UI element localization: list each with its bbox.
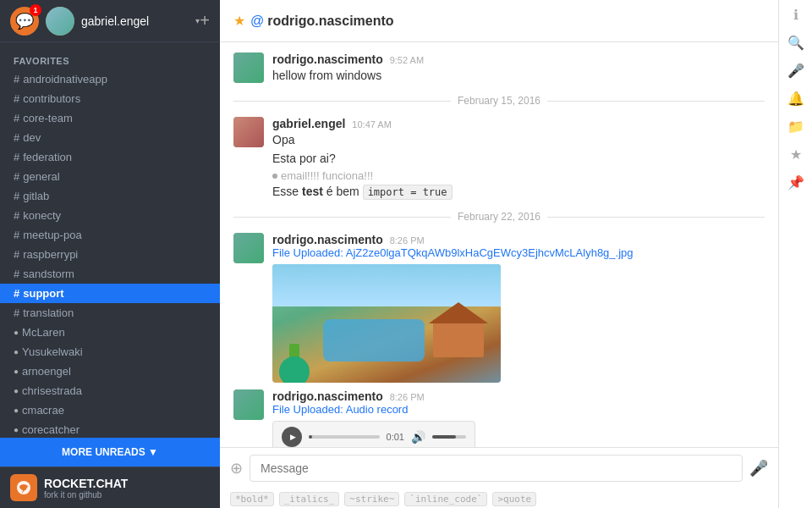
avatar [46, 7, 74, 36]
italic-hint: _italics_ [279, 492, 340, 506]
message-username: gabriel.engel [272, 117, 345, 130]
volume-icon[interactable]: 🔊 [411, 430, 425, 444]
sidebar-item-androidnativeapp[interactable]: #androidnativeapp [0, 69, 220, 89]
message-content: gabriel.engel 10:47 AM Opa Esta por ai? … [272, 117, 765, 201]
add-channel-button[interactable]: + [200, 11, 210, 30]
notification-badge: 1 [30, 4, 41, 16]
mention-icon: @ [250, 14, 264, 29]
message-content: rodrigo.nascimento 8:26 PM File Uploaded… [272, 233, 765, 383]
attach-icon[interactable]: ⊕ [230, 459, 243, 478]
message-input[interactable] [250, 455, 743, 482]
message-content: rodrigo.nascimento 8:26 PM File Uploaded… [272, 389, 765, 447]
table-row: rodrigo.nascimento 8:26 PM File Uploaded… [220, 386, 778, 447]
sidebar-item-cmacrae[interactable]: ●cmacrae [0, 400, 220, 420]
inline-code: import = true [363, 185, 453, 200]
sidebar-item-federation[interactable]: #federation [0, 147, 220, 167]
table-row: rodrigo.nascimento 8:26 PM File Uploaded… [220, 229, 778, 386]
sidebar-item-general[interactable]: #general [0, 167, 220, 186]
app-icon: 💬 1 [10, 7, 39, 36]
message-username: rodrigo.nascimento [272, 389, 383, 403]
sidebar: 💬 1 gabriel.engel ▾ + FAVORITES #android… [0, 0, 220, 508]
sidebar-item-core-team[interactable]: #core-team [0, 108, 220, 128]
mention-text: email!!!! funciona!!! [281, 169, 373, 182]
date-divider: February 22, 2016 [220, 204, 778, 229]
chat-header: ★ @ rodrigo.nascimento [220, 0, 778, 42]
message-username: rodrigo.nascimento [272, 52, 383, 66]
sidebar-item-translation[interactable]: #translation [0, 303, 220, 323]
play-button[interactable] [282, 427, 302, 447]
avatar [233, 389, 264, 420]
sidebar-item-corecatcher[interactable]: ●corecatcher [0, 420, 220, 438]
table-row: rodrigo.nascimento 9:52 AM hellow from w… [220, 49, 778, 88]
favorites-header: FAVORITES [0, 49, 220, 69]
sidebar-item-chrisestrada[interactable]: ●chrisestrada [0, 381, 220, 400]
more-unreads-button[interactable]: MORE UNREADS ▼ [0, 438, 220, 467]
audio-file-link[interactable]: File Uploaded: Audio record [272, 403, 765, 416]
logo-subtext: fork it on github [44, 490, 128, 500]
message-text: Opa [272, 131, 765, 149]
sidebar-item-arnoengel[interactable]: ●arnoengel [0, 362, 220, 381]
sidebar-item-mclaren[interactable]: ●McLaren [0, 323, 220, 342]
progress-fill [309, 435, 312, 439]
folder-icon[interactable]: 📁 [787, 119, 804, 135]
mic-icon[interactable]: 🎤 [749, 459, 768, 478]
sidebar-item-support[interactable]: #support [0, 284, 220, 303]
strike-hint: ~strike~ [344, 492, 399, 506]
rocket-chat-logo-icon [10, 474, 37, 501]
bold-text: test [302, 185, 323, 198]
file-link[interactable]: File Uploaded: AjZ2ze0lgaTQkqAWb9lxHaCgE… [272, 246, 765, 259]
message-text: hellow from windows [272, 67, 765, 85]
code-message: Esse test é bem import = true [272, 183, 765, 201]
date-divider: February 15, 2016 [220, 88, 778, 113]
star-icon[interactable]: ★ [233, 13, 245, 29]
search-icon[interactable]: 🔍 [787, 35, 804, 51]
sidebar-item-yusukelwaki[interactable]: ●Yusukelwaki [0, 342, 220, 362]
pin-icon[interactable]: 📌 [787, 174, 804, 190]
chat-main: ★ @ rodrigo.nascimento rodrigo.nasciment… [220, 0, 778, 508]
message-time: 10:47 AM [352, 119, 391, 130]
message-list: rodrigo.nascimento 9:52 AM hellow from w… [220, 42, 778, 447]
quote-hint: >quote [492, 492, 536, 506]
input-hints-bar: *bold* _italics_ ~strike~ `inline_code` … [220, 489, 778, 508]
avatar [233, 117, 264, 147]
sidebar-item-raspberrypi[interactable]: #raspberrypi [0, 245, 220, 264]
audio-time: 0:01 [387, 432, 404, 442]
sidebar-item-meetup-poa[interactable]: #meetup-poa [0, 225, 220, 245]
sidebar-header: 💬 1 gabriel.engel ▾ + [0, 0, 220, 42]
sidebar-item-sandstorm[interactable]: #sandstorm [0, 264, 220, 284]
sidebar-item-contributors[interactable]: #contributors [0, 89, 220, 108]
message-time: 9:52 AM [390, 55, 424, 65]
sidebar-item-gitlab[interactable]: #gitlab [0, 186, 220, 206]
right-sidebar: ℹ 🔍 🎤 🔔 📁 ★ 📌 [778, 0, 812, 508]
message-time: 8:26 PM [390, 392, 425, 402]
chat-input-bar: ⊕ 🎤 [220, 447, 778, 489]
sidebar-item-dev[interactable]: #dev [0, 128, 220, 147]
uploaded-image [272, 264, 501, 383]
volume-fill [432, 435, 456, 439]
avatar [233, 52, 264, 83]
logo-bar: ROCKET.CHAT fork it on github [0, 467, 220, 508]
username-label: gabriel.engel [81, 14, 195, 28]
audio-player: 0:01 🔊 [272, 421, 475, 447]
message-time: 8:26 PM [390, 235, 425, 246]
avatar [233, 233, 264, 263]
table-row: gabriel.engel 10:47 AM Opa Esta por ai? … [220, 113, 778, 204]
logo-name: ROCKET.CHAT [44, 477, 128, 490]
audio-progress-bar[interactable] [309, 435, 380, 439]
code-hint: `inline_code` [404, 492, 487, 506]
channel-list: FAVORITES #androidnativeapp #contributor… [0, 42, 220, 438]
bold-hint: *bold* [230, 492, 274, 506]
mention-dot [272, 174, 277, 179]
mention-line: email!!!! funciona!!! [272, 169, 765, 182]
message-username: rodrigo.nascimento [272, 233, 383, 246]
mic-icon[interactable]: 🎤 [787, 63, 804, 79]
message-text-2: Esta por ai? [272, 150, 765, 168]
info-icon[interactable]: ℹ [793, 7, 798, 23]
logo-text-block: ROCKET.CHAT fork it on github [44, 477, 128, 500]
sidebar-item-konecty[interactable]: #konecty [0, 206, 220, 225]
message-content: rodrigo.nascimento 9:52 AM hellow from w… [272, 52, 765, 85]
chat-channel-name: rodrigo.nascimento [267, 14, 393, 29]
star-icon[interactable]: ★ [790, 146, 802, 163]
bell-icon[interactable]: 🔔 [787, 91, 804, 107]
volume-bar[interactable] [432, 435, 466, 439]
